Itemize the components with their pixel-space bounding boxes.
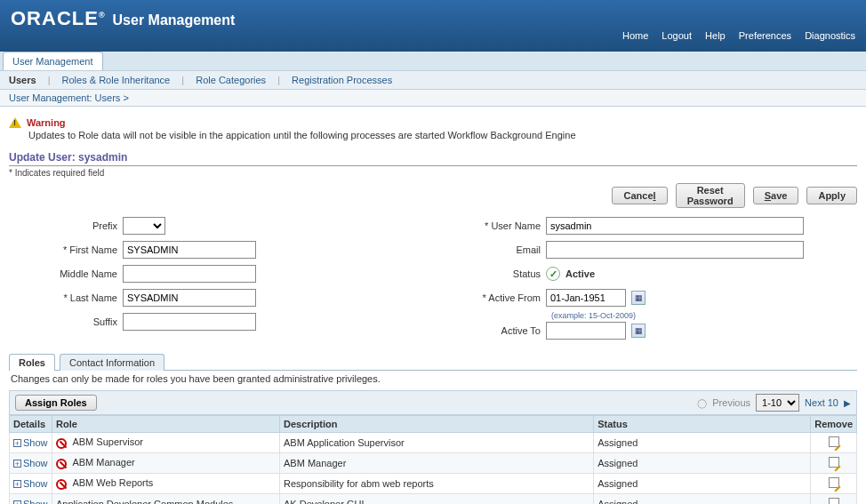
blocked-icon	[56, 438, 67, 449]
expand-icon[interactable]: +	[13, 480, 21, 488]
home-link[interactable]: Home	[622, 30, 648, 41]
oracle-brand: ORACLE®	[11, 7, 106, 30]
status-check-icon: ✓	[546, 267, 560, 281]
app-title: User Management	[113, 12, 236, 28]
desc-cell: Responsibility for abm web reports	[280, 474, 594, 494]
desc-cell: ABM Manager	[280, 453, 594, 474]
app-header: ORACLE® User Management Home Logout Help…	[0, 0, 866, 52]
role-cell: ABM Web Reports	[52, 474, 280, 494]
subnav-role-categories[interactable]: Role Categories	[196, 75, 266, 85]
expand-icon[interactable]: +	[13, 460, 21, 468]
assign-roles-button[interactable]: Assign Roles	[15, 395, 97, 411]
status-cell: Assigned	[594, 474, 811, 494]
status-value: Active	[565, 268, 595, 279]
active-from-calendar-icon[interactable]: ▦	[631, 291, 645, 305]
col-details: Details	[10, 416, 52, 433]
cancel-button[interactable]: Cancel	[612, 187, 667, 204]
blocked-icon	[56, 459, 67, 469]
page-range-select[interactable]: 1-10	[756, 394, 799, 412]
tab-contact-information[interactable]: Contact Information	[60, 354, 164, 371]
expand-icon[interactable]: +	[13, 500, 21, 504]
col-role: Role	[52, 416, 280, 433]
middle-name-input[interactable]	[123, 265, 256, 283]
edit-icon[interactable]	[828, 436, 840, 448]
warning-message: Updates to Role data will not be visible…	[28, 128, 857, 142]
user-name-label: * User Name	[432, 220, 546, 231]
table-row: +Show ABM SupervisorABM Application Supe…	[10, 433, 857, 453]
date-hint: (example: 15-Oct-2009)	[551, 311, 804, 320]
save-button[interactable]: Save	[753, 187, 799, 204]
prefix-select[interactable]	[123, 217, 165, 235]
previous-label: Previous	[712, 397, 750, 408]
status-cell: Assigned	[594, 433, 811, 453]
roles-toolbar: Assign Roles ◯ Previous 1-10 Next 10 ▶	[9, 390, 857, 415]
edit-icon[interactable]	[828, 497, 840, 504]
roles-note: Changes can only be made for roles you h…	[9, 371, 857, 387]
user-name-input[interactable]	[546, 217, 804, 235]
subnav-users[interactable]: Users	[9, 75, 36, 85]
col-description: Description	[280, 416, 594, 433]
email-label: Email	[432, 244, 546, 255]
middle-name-label: Middle Name	[9, 268, 123, 279]
show-link[interactable]: Show	[23, 458, 48, 468]
suffix-input[interactable]	[123, 313, 256, 331]
show-link[interactable]: Show	[23, 499, 48, 504]
last-name-label: * Last Name	[9, 292, 123, 303]
tab-user-management[interactable]: User Management	[3, 52, 103, 70]
edit-icon[interactable]	[828, 456, 840, 468]
active-from-input[interactable]	[546, 289, 626, 307]
preferences-link[interactable]: Preferences	[739, 30, 791, 41]
required-note: * Indicates required field	[9, 168, 857, 178]
warning-title: Warning	[27, 117, 66, 128]
status-cell: Assigned	[594, 494, 811, 505]
role-cell: ABM Supervisor	[52, 433, 280, 453]
help-link[interactable]: Help	[705, 30, 726, 41]
active-to-calendar-icon[interactable]: ▦	[631, 324, 645, 338]
suffix-label: Suffix	[9, 316, 123, 327]
role-cell: ABM Manager	[52, 453, 280, 474]
page-title: Update User: sysadmin	[9, 151, 857, 166]
status-cell: Assigned	[594, 453, 811, 474]
last-name-input[interactable]	[123, 289, 256, 307]
sub-nav: Users | Roles & Role Inheritance | Role …	[0, 70, 866, 90]
prefix-label: Prefix	[9, 220, 123, 231]
apply-button[interactable]: Apply	[806, 187, 857, 204]
table-row: +Show ABM Web ReportsResponsibility for …	[10, 474, 857, 494]
col-remove: Remove	[811, 416, 857, 433]
table-row: +Show ABM ManagerABM ManagerAssigned	[10, 453, 857, 474]
main-tab-strip: User Management	[0, 52, 866, 70]
subnav-roles-inheritance[interactable]: Roles & Role Inheritance	[62, 75, 171, 85]
show-link[interactable]: Show	[23, 437, 48, 448]
warning-icon	[9, 117, 21, 128]
reset-password-button[interactable]: ResetPassword	[676, 183, 745, 208]
first-name-input[interactable]	[123, 241, 256, 259]
active-from-label: * Active From	[432, 292, 546, 303]
next-arrow-icon[interactable]: ▶	[844, 398, 851, 408]
table-row: +ShowApplication Developer Common Module…	[10, 494, 857, 505]
expand-icon[interactable]: +	[13, 439, 21, 447]
desc-cell: AK Developer GUI	[280, 494, 594, 505]
warning-panel: Warning Updates to Role data will not be…	[9, 117, 857, 142]
active-to-input[interactable]	[546, 322, 626, 340]
diagnostics-link[interactable]: Diagnostics	[805, 30, 855, 41]
subnav-registration-processes[interactable]: Registration Processes	[292, 75, 392, 85]
header-links: Home Logout Help Preferences Diagnostics	[612, 30, 855, 41]
blocked-icon	[56, 479, 67, 490]
tab-roles[interactable]: Roles	[9, 354, 55, 371]
col-status: Status	[594, 416, 811, 433]
breadcrumb: User Management: Users >	[0, 90, 866, 107]
next-link[interactable]: Next 10	[805, 397, 838, 408]
show-link[interactable]: Show	[23, 478, 48, 489]
logout-link[interactable]: Logout	[662, 30, 692, 41]
detail-tabs: Roles Contact Information	[9, 353, 857, 371]
roles-table: Details Role Description Status Remove +…	[9, 415, 857, 504]
status-label: Status	[432, 268, 546, 279]
oracle-logo: ORACLE® User Management	[11, 7, 855, 30]
edit-icon[interactable]	[828, 476, 840, 489]
email-input[interactable]	[546, 241, 804, 259]
action-buttons: Cancel ResetPassword Save Apply	[9, 183, 857, 208]
prev-arrow-icon: ◯	[697, 398, 707, 408]
active-to-label: Active To	[432, 325, 546, 336]
user-form: Prefix * First Name Middle Name * Last N…	[9, 215, 857, 344]
desc-cell: ABM Application Supervisor	[280, 433, 594, 453]
